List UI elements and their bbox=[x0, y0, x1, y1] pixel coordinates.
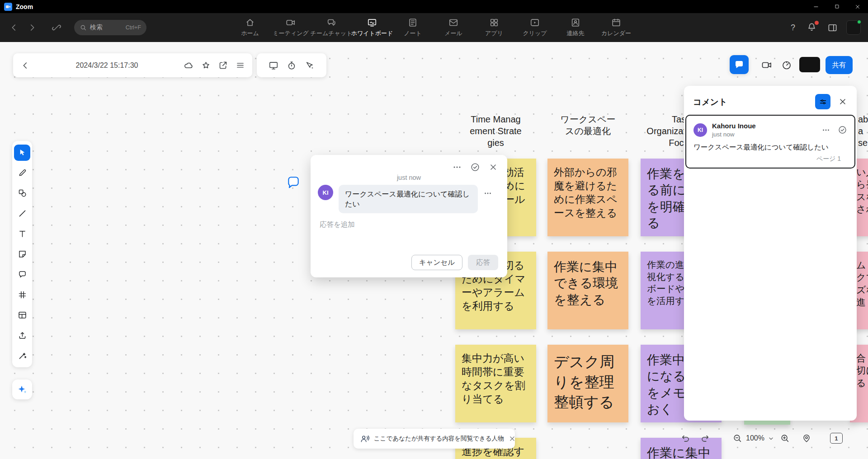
table-tool[interactable] bbox=[12, 305, 32, 325]
comment-icon bbox=[734, 59, 745, 70]
popup-more-button[interactable] bbox=[452, 162, 462, 172]
shapes-tool[interactable] bbox=[12, 183, 32, 203]
help-button[interactable]: ? bbox=[788, 23, 798, 33]
notice-close-button[interactable] bbox=[508, 435, 516, 443]
laser-pointer-button[interactable] bbox=[302, 58, 317, 73]
select-tool[interactable] bbox=[12, 142, 32, 163]
text-icon bbox=[18, 229, 27, 239]
tab-contacts[interactable]: 連絡先 bbox=[555, 13, 596, 42]
ai-sparkle-icon bbox=[17, 384, 28, 395]
table-icon bbox=[18, 310, 27, 320]
person-broadcast-icon bbox=[359, 434, 370, 444]
note-icon bbox=[408, 18, 418, 28]
comments-toggle-button[interactable] bbox=[730, 55, 749, 74]
board-title[interactable]: 2024/3/22 15:17:30 bbox=[35, 61, 179, 70]
maximize-button[interactable] bbox=[826, 0, 847, 13]
search-shortcut: Ctrl+F bbox=[126, 24, 141, 31]
filter-button[interactable] bbox=[815, 94, 830, 109]
comment-text: ワークスペース最適化について確認したい bbox=[339, 185, 478, 213]
pages-button[interactable]: 1 bbox=[830, 431, 843, 446]
tab-label: 連絡先 bbox=[567, 29, 585, 37]
sticky-note[interactable]: 集中力が高い時間帯に重要なタスクを割り当てる bbox=[455, 345, 536, 422]
tab-home[interactable]: ホーム bbox=[230, 13, 270, 42]
close-button[interactable] bbox=[847, 0, 868, 13]
panel-close-button[interactable] bbox=[838, 97, 848, 107]
connect-icon[interactable] bbox=[51, 22, 62, 33]
present-button[interactable] bbox=[266, 58, 281, 73]
status-dot bbox=[857, 19, 862, 24]
notification-badge bbox=[815, 21, 819, 25]
comment-page-ref[interactable]: ページ 1 bbox=[693, 155, 847, 163]
avatar: KI bbox=[693, 123, 707, 137]
comment-more-button[interactable] bbox=[483, 189, 492, 198]
line-tool[interactable] bbox=[12, 203, 32, 224]
share-button[interactable]: 共有 bbox=[826, 56, 853, 74]
tab-meetings[interactable]: ミーティング bbox=[270, 13, 311, 42]
camera-button[interactable] bbox=[759, 57, 775, 73]
export-button[interactable] bbox=[215, 58, 231, 73]
session-gauge-button[interactable] bbox=[778, 57, 795, 73]
tab-team-chat[interactable]: チームチャット bbox=[311, 13, 352, 42]
search-box[interactable]: 検索 Ctrl+F bbox=[74, 20, 146, 35]
shapes-icon bbox=[18, 188, 27, 198]
zoom-logo-icon bbox=[4, 3, 12, 11]
side-panel-toggle[interactable] bbox=[826, 22, 838, 33]
sticky-note[interactable]: 作業に集中できる環境を整える bbox=[547, 252, 628, 329]
reply-input[interactable] bbox=[320, 220, 437, 229]
upload-tool[interactable] bbox=[12, 325, 32, 346]
canvas-controls: 100% 1 bbox=[679, 431, 843, 446]
notifications-button[interactable] bbox=[807, 22, 818, 33]
user-avatar[interactable] bbox=[846, 20, 861, 35]
cancel-button[interactable]: キャンセル bbox=[411, 255, 462, 270]
tab-notes[interactable]: ノート bbox=[392, 13, 433, 42]
sticky-note[interactable]: 外部からの邪魔を避けるために作業スペースを整える bbox=[547, 159, 628, 236]
popup-close-button[interactable] bbox=[488, 162, 498, 172]
column-title: ワークスペースの最適化 bbox=[547, 113, 628, 137]
zoom-in-button[interactable] bbox=[778, 431, 792, 446]
comment-text: ワークスペース最適化について確認したい bbox=[693, 143, 847, 152]
cloud-sync-icon bbox=[181, 58, 196, 73]
more-tools[interactable] bbox=[12, 346, 32, 366]
popup-resolve-button[interactable] bbox=[470, 162, 480, 172]
reply-button[interactable]: 応答 bbox=[468, 255, 498, 270]
tab-apps[interactable]: アプリ bbox=[474, 13, 514, 42]
comment-marker-icon[interactable] bbox=[286, 175, 301, 190]
comment-card[interactable]: KI Kahoru Inoue just now ワークスペース最適化について確… bbox=[685, 115, 855, 169]
sticky-note-tool[interactable] bbox=[12, 244, 32, 264]
tab-calendar[interactable]: カレンダー bbox=[596, 13, 637, 42]
notice-text: ここであなたが共有する内容を閲覧できる人物 bbox=[374, 435, 504, 443]
main-navbar: 検索 Ctrl+F ホーム ミーティング チームチャット ホワイトボード ノート… bbox=[0, 13, 868, 42]
comment-more-button[interactable] bbox=[821, 126, 830, 135]
chat-icon bbox=[326, 18, 336, 28]
sticky-note[interactable]: デスク周りを整理整頓する bbox=[547, 345, 628, 422]
locate-button[interactable] bbox=[800, 431, 813, 446]
redo-button[interactable] bbox=[698, 431, 712, 446]
comments-panel: コメント KI Kahoru Inoue just now ワークスペース最適化… bbox=[684, 86, 857, 421]
zoom-level[interactable]: 100% bbox=[746, 434, 764, 442]
tab-mail[interactable]: メール bbox=[433, 13, 474, 42]
tab-clips[interactable]: クリップ bbox=[514, 13, 555, 42]
comment-tool[interactable] bbox=[12, 264, 32, 285]
tab-whiteboard[interactable]: ホワイトボード bbox=[352, 13, 392, 42]
pen-tool[interactable] bbox=[12, 163, 32, 183]
tab-label: カレンダー bbox=[601, 29, 631, 37]
frame-tool[interactable] bbox=[12, 285, 32, 305]
star-button[interactable] bbox=[198, 58, 213, 73]
ai-companion-button[interactable] bbox=[12, 379, 32, 399]
nav-forward-button[interactable] bbox=[26, 22, 38, 33]
calendar-icon bbox=[611, 18, 621, 28]
menu-button[interactable] bbox=[232, 58, 248, 73]
text-tool[interactable] bbox=[12, 224, 32, 244]
zoom-menu-chevron[interactable] bbox=[766, 431, 776, 446]
upload-icon bbox=[18, 331, 27, 340]
zoom-out-button[interactable] bbox=[731, 431, 744, 446]
timer-button[interactable] bbox=[284, 58, 299, 73]
magic-wand-icon bbox=[18, 351, 27, 361]
minimize-button[interactable] bbox=[806, 0, 826, 13]
video-preview[interactable] bbox=[799, 57, 820, 72]
pen-icon bbox=[18, 168, 27, 178]
nav-back-button[interactable] bbox=[8, 22, 20, 33]
undo-button[interactable] bbox=[679, 431, 693, 446]
board-back-button[interactable] bbox=[18, 58, 33, 73]
comment-resolve-button[interactable] bbox=[838, 125, 847, 135]
